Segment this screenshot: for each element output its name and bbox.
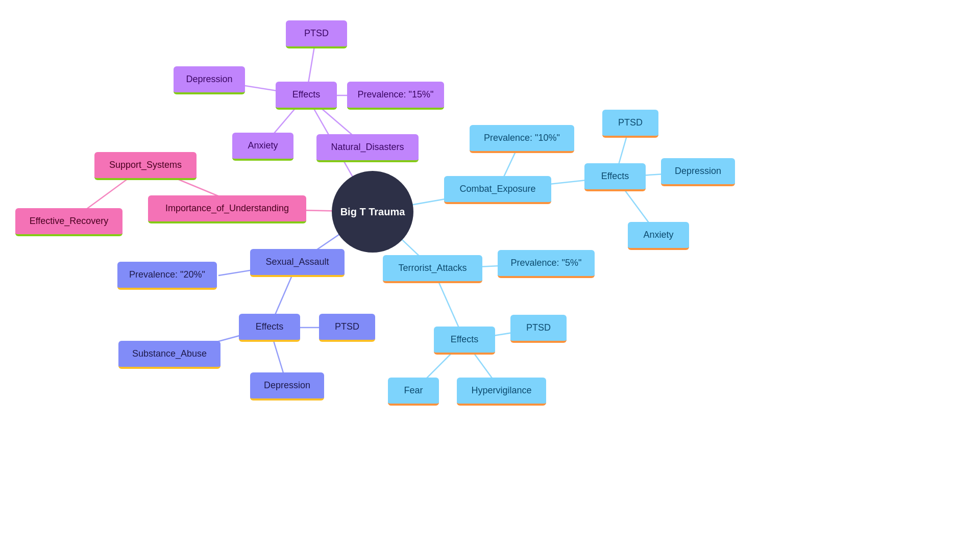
node-combat_exposure: Combat_Exposure — [444, 176, 551, 204]
node-ptsd_combat: PTSD — [602, 110, 658, 138]
node-prevalence_10: Prevalence: "10%" — [470, 125, 574, 153]
node-ptsd_purple: PTSD — [286, 20, 347, 48]
node-anxiety_combat: Anxiety — [628, 222, 689, 250]
node-prevalence_5: Prevalence: "5%" — [498, 250, 595, 278]
node-natural_disasters: Natural_Disasters — [316, 134, 419, 162]
node-importance: Importance_of_Understanding — [148, 195, 306, 223]
node-hypervigilance: Hypervigilance — [457, 378, 546, 406]
node-depression_combat: Depression — [661, 158, 735, 186]
node-depression_purple: Depression — [174, 66, 245, 94]
node-prevalence_15: Prevalence: "15%" — [347, 82, 444, 110]
node-effects_terrorist: Effects — [434, 327, 495, 355]
node-ptsd_indigo: PTSD — [319, 314, 375, 342]
node-effects_indigo: Effects — [239, 314, 300, 342]
node-sexual_assault: Sexual_Assault — [250, 249, 345, 277]
node-effective_recovery: Effective_Recovery — [15, 208, 122, 236]
node-substance_abuse: Substance_Abuse — [118, 341, 220, 369]
node-prevalence_20: Prevalence: "20%" — [117, 262, 217, 290]
node-terrorist_attacks: Terrorist_Attacks — [383, 255, 482, 283]
node-fear: Fear — [388, 378, 439, 406]
node-effects_purple: Effects — [276, 82, 337, 110]
node-support_systems: Support_Systems — [94, 152, 197, 180]
node-depression_indigo: Depression — [250, 372, 324, 400]
node-effects_combat: Effects — [584, 163, 646, 191]
center-node: Big T Trauma — [332, 171, 413, 253]
node-anxiety_purple: Anxiety — [232, 133, 293, 161]
node-ptsd_terrorist: PTSD — [510, 315, 567, 343]
